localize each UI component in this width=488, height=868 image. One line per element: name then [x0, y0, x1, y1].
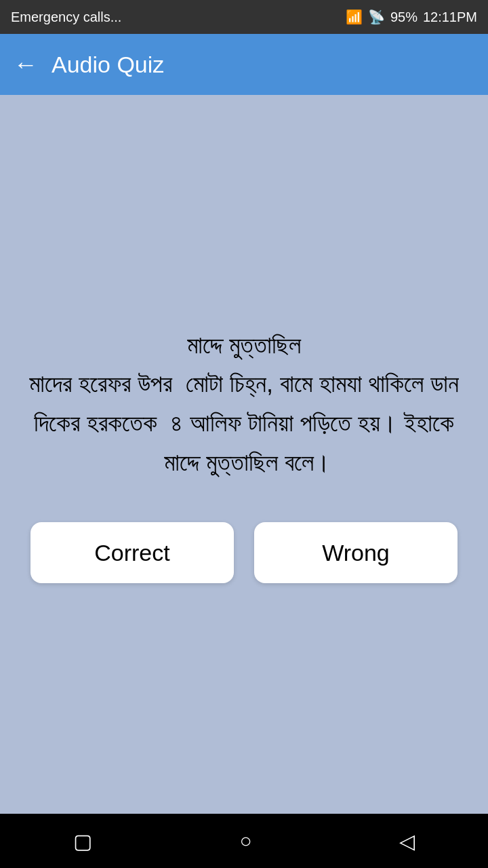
wifi-icon: 📶 — [346, 9, 363, 25]
quiz-text-container: মাদ্দে মুত্তাছিলমাদের হরেফর উপর মোটা চিহ… — [20, 326, 468, 481]
quiz-text: মাদ্দে মুত্তাছিলমাদের হরেফর উপর মোটা চিহ… — [20, 326, 468, 481]
app-bar-title: Audio Quiz — [52, 52, 164, 78]
buttons-row: Correct Wrong — [20, 522, 468, 583]
status-right: 📶 📡 95% 12:11PM — [346, 9, 477, 25]
wrong-button[interactable]: Wrong — [254, 522, 458, 583]
back-nav-icon[interactable]: ◁ — [399, 829, 415, 853]
nav-bar: ▢ ○ ◁ — [0, 814, 488, 868]
app-bar: ← Audio Quiz — [0, 34, 488, 95]
back-button[interactable]: ← — [14, 52, 38, 77]
emergency-text: Emergency calls... — [11, 9, 121, 25]
status-bar: Emergency calls... 📶 📡 95% 12:11PM — [0, 0, 488, 34]
signal-icon: 📡 — [368, 9, 385, 25]
time-text: 12:11PM — [423, 9, 477, 25]
battery-text: 95% — [390, 9, 418, 25]
square-nav-icon[interactable]: ▢ — [73, 829, 92, 853]
main-content: মাদ্দে মুত্তাছিলমাদের হরেফর উপর মোটা চিহ… — [0, 95, 488, 814]
circle-nav-icon[interactable]: ○ — [239, 829, 251, 852]
correct-button[interactable]: Correct — [30, 522, 234, 583]
